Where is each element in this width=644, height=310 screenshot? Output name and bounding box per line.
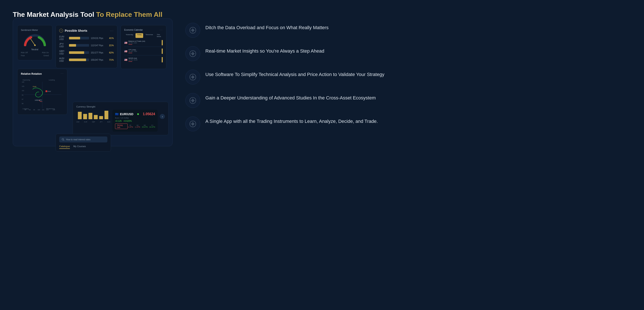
svg-text:97: 97	[22, 99, 24, 100]
currency-pair-detail: 🇪🇺 EUR/USD 1.05624 Euro / US Dollar +0.1…	[112, 110, 158, 132]
features-list: Ditch the Data Overload and Focus on Wha…	[185, 18, 631, 131]
svg-text:100: 100	[38, 109, 40, 110]
search-input-row[interactable]: How to read interest rates	[59, 136, 107, 142]
feature-item-3: Use Software To Simplify Technical Analy…	[185, 70, 631, 84]
pair-description: Euro / US Dollar	[115, 117, 155, 119]
currency-eur: EUR	[84, 121, 87, 123]
tab-my-courses[interactable]: My Courses	[73, 145, 86, 149]
svg-text:Improving: Improving	[22, 79, 30, 81]
svg-line-0	[30, 39, 35, 45]
svg-text:Gold: Gold	[32, 86, 36, 87]
bar-gbpusd	[69, 51, 89, 54]
tab-tomorrow[interactable]: Tomorrow	[144, 33, 154, 38]
performance-cols: 1D -1.47% 1M -1.47% 6M 15.47%	[128, 125, 155, 128]
econ-event-name-1: Balance of Trade (Jul)	[128, 40, 161, 42]
risk-on-label: Risk On	[42, 51, 49, 54]
sentiment-title: Sentiment Meter	[21, 29, 49, 31]
currency-strength-card: Currency Strenght USD EUR	[73, 102, 168, 135]
pair-label-audusd: AUD/USD	[59, 57, 67, 62]
shorts-menu-icon[interactable]: ···	[110, 29, 114, 32]
currency-jpy: JPY	[100, 121, 102, 123]
feature-text-3: Use Software To Simplify Technical Analy…	[205, 70, 631, 78]
currency-aud: AUD	[107, 121, 110, 123]
svg-rect-27	[88, 113, 92, 119]
page-title: The Market Analysis Tool To Replace Them…	[13, 11, 631, 18]
title-gold: To Replace Them All	[96, 11, 162, 18]
svg-rect-28	[94, 115, 98, 119]
sentiment-extremes: Fear Greed	[21, 54, 49, 57]
search-icon	[62, 138, 64, 141]
econ-flag-3: 🇺🇸	[124, 58, 128, 61]
econ-info-1: Balance of Trade (Jul) Jul 5th, 0400 ★★★	[128, 40, 161, 45]
econ-event-1: 🇺🇸 Balance of Trade (Jul) Jul 5th, 0400 …	[124, 40, 163, 47]
econ-flag-2: 🇺🇸	[124, 50, 128, 53]
tab-catalogue[interactable]: Catalogue	[59, 145, 70, 149]
feature-text-1: Ditch the Data Overload and Focus on Wha…	[205, 23, 631, 31]
svg-text:98: 98	[33, 109, 35, 110]
pair-price: 1.05624	[143, 112, 155, 116]
svg-point-31	[62, 138, 64, 140]
sentiment-gauge	[22, 33, 48, 46]
econ-bar-3	[162, 57, 163, 62]
svg-text:105: 105	[22, 81, 24, 83]
svg-line-32	[64, 140, 64, 141]
pair-label-eurusd: EUR/USD	[59, 35, 67, 41]
pair-row-audusd: AUD/USD 155/247 Pips 71%	[59, 57, 114, 62]
svg-text:87: 87	[25, 109, 26, 110]
rotation-menu-icon[interactable]: ···	[61, 72, 64, 75]
brain-icon-5	[189, 120, 197, 128]
rating-badge: Strong Sell	[115, 123, 128, 129]
econ-stars-2: ★★★	[128, 52, 161, 54]
econ-title: Economic Calendar	[124, 29, 143, 31]
svg-rect-21	[46, 90, 47, 92]
shorts-icon: !	[59, 29, 63, 32]
brain-icon-2	[189, 50, 197, 57]
next-arrow[interactable]: ›	[160, 114, 165, 119]
feature-icon-4	[185, 93, 200, 108]
bar-fill-audusd	[69, 58, 86, 61]
rotation-header: Relative Rotation ···	[21, 72, 64, 75]
svg-rect-30	[104, 111, 108, 119]
pair-label-gbpusd: GBP/USD	[59, 50, 67, 55]
svg-text:99: 99	[22, 94, 24, 96]
econ-info-3: NESR (Jul) Jul 7th, 18:00 ★★★	[128, 57, 161, 62]
pair-change-pct: +0.620%	[123, 120, 132, 122]
econ-date-1: Jul 5th, 0400	[128, 42, 161, 44]
feature-text-4: Gain a Deeper Understanding of Advanced …	[205, 93, 631, 101]
econ-header: Economic Calendar ···	[124, 29, 163, 31]
currency-labels: USD EUR GBP JPY AUD	[76, 121, 110, 123]
perf-1yr: 1Yr 14.47%	[149, 125, 155, 128]
shorts-header: ! Possible Shorts ···	[59, 29, 114, 32]
dashboard-area: Sentiment Meter Neutral Risk Off Risk On	[13, 18, 172, 146]
pair-name: 🇪🇺 EUR/USD	[115, 112, 133, 116]
feature-item-1: Ditch the Data Overload and Focus on Wha…	[185, 23, 631, 38]
currency-gbp: GBP	[92, 121, 95, 123]
tab-today[interactable]: Today	[136, 33, 143, 38]
bar-jpyusd	[69, 44, 89, 47]
econ-event-name-3: NESR (Jul)	[128, 57, 161, 59]
sentiment-scale: Risk Off Risk On	[21, 51, 49, 54]
search-card: How to read interest rates Catalogue My …	[56, 134, 111, 152]
econ-menu-icon[interactable]: ···	[160, 29, 163, 31]
econ-event-name-2: CPI (July)	[128, 49, 161, 51]
tab-yesterday[interactable]: Yesterday	[124, 33, 135, 38]
sentiment-label: Neutral	[21, 48, 49, 51]
svg-point-1	[34, 44, 36, 46]
tab-this-week[interactable]: This Week	[155, 33, 163, 38]
economic-calendar-card: Economic Calendar ··· Yesterday Today To…	[120, 25, 166, 69]
pair-header-row: 🇪🇺 EUR/USD 1.05624	[115, 112, 155, 116]
svg-text:FXY: FXY	[48, 90, 51, 92]
rotation-chart: Improving Leading Lagging Weakening 105 …	[21, 77, 64, 111]
pair-row-eurusd: EUR/USD 123/131 Pips 41%	[59, 35, 114, 41]
svg-point-46	[192, 76, 193, 77]
econ-bar-2	[162, 48, 163, 54]
pair-label-jpyusd: JPY/USD	[59, 43, 67, 48]
svg-point-52	[192, 100, 193, 101]
course-tabs: Catalogue My Courses	[59, 145, 107, 149]
pair-ticker: EUR/USD	[120, 112, 133, 116]
bar-eurusd	[69, 37, 89, 39]
shorts-title: ! Possible Shorts	[59, 29, 87, 32]
fear-label: Fear	[21, 54, 25, 57]
pct-gbpusd: 62%	[107, 51, 114, 54]
brain-icon-1	[189, 26, 197, 34]
